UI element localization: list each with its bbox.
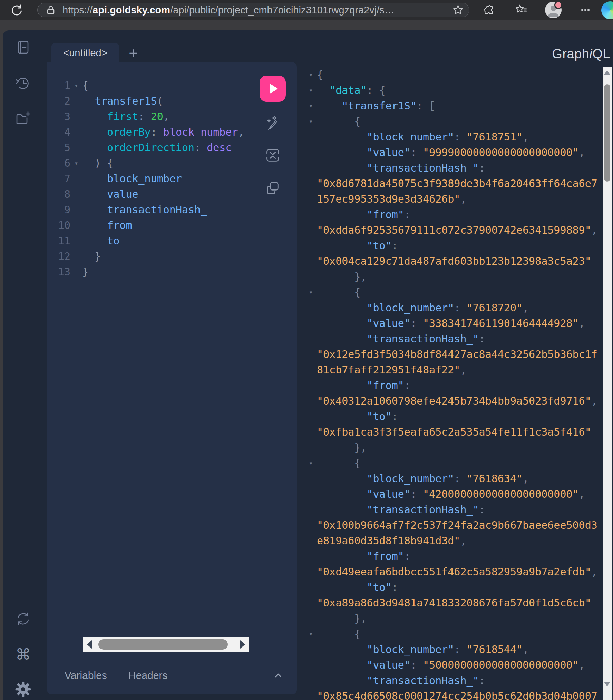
fold-gutter [70,233,82,249]
add-tab-button[interactable]: + [125,45,142,61]
horizontal-scroll-thumb[interactable] [98,639,228,650]
fold-gutter [308,424,317,440]
address-bar[interactable]: https://api.goldsky.com/api/public/proje… [37,3,469,17]
collapse-footer-button[interactable] [271,668,285,683]
code-text: orderBy: block_number, [82,124,244,140]
response-line: 157ec995353d9e3d34626b", [308,191,597,207]
scroll-up-arrow-icon[interactable] [604,70,610,75]
code-text: first: 20, [82,109,169,124]
bookmark-star-icon[interactable] [453,4,464,16]
scroll-right-arrow-icon[interactable] [240,640,245,649]
fold-gutter [308,548,317,564]
code-text: "0xfba1ca3f3f5eafa65c2a535a54fe11f1c3a5f… [317,424,591,440]
line-number: 8 [50,186,70,202]
ellipsis-icon [580,4,591,16]
browser-logo-icon[interactable] [601,1,613,19]
code-text: { [317,284,360,300]
fold-gutter [70,124,82,140]
fold-gutter [70,171,82,186]
line-number: 7 [50,171,70,186]
response-line: "from": [308,378,597,393]
response-line: "transactionHash_": [308,673,597,688]
tab-variables[interactable]: Variables [65,668,107,683]
graphiql-logo: GraphiQL [552,46,610,62]
fold-arrow-icon[interactable]: ▾ [308,98,317,114]
extensions-button[interactable] [481,2,496,18]
fold-gutter [308,517,317,533]
toolbar-separator [505,6,505,14]
tab-untitled[interactable]: <untitled> [51,43,119,63]
code-text: "transfer1S": [ [317,98,435,114]
favorites-button[interactable] [514,2,529,18]
query-editor[interactable]: 1▾{2 transfer1S(3 first: 20,4 orderBy: b… [50,78,244,280]
code-text: "to": [317,238,398,253]
fold-gutter [308,378,317,393]
scroll-left-arrow-icon[interactable] [87,640,92,649]
sidebar-docs-button[interactable] [15,39,31,56]
editor-horizontal-scrollbar[interactable] [83,637,249,652]
copy-query-button[interactable] [263,179,282,197]
fold-gutter [308,611,317,626]
fold-arrow-icon[interactable]: ▾ [308,82,317,98]
puzzle-icon [483,4,495,16]
fold-arrow-icon[interactable]: ▾ [70,155,82,171]
fold-gutter [308,502,317,517]
response-line: }, [308,269,597,284]
code-text: "to": [317,409,398,424]
gear-icon [15,681,31,698]
sidebar-shortcuts-button[interactable]: ⌘ [15,646,31,663]
response-viewer[interactable]: ▾{▾ "data": {▾ "transfer1S": [▾ { "block… [308,67,597,700]
fold-arrow-icon[interactable]: ▾ [308,284,317,300]
code-text: "0xd49eeafa6bdbcc551f462c5a582959a9b7a2e… [317,564,597,580]
response-line: "value": "42000000000000000000000", [308,486,597,502]
fold-gutter [308,486,317,502]
docs-icon [16,40,31,55]
response-vertical-scrollbar[interactable] [603,67,612,700]
response-line: "transactionHash_": [308,502,597,517]
code-text: { [317,67,323,82]
code-text: "value": "33834174611901464444928", [317,315,585,331]
line-number: 5 [50,140,70,155]
fold-arrow-icon[interactable]: ▾ [308,455,317,471]
code-text: orderDirection: desc [82,140,232,155]
page-top-gap [0,20,613,30]
prettify-query-button[interactable] [263,114,282,133]
profile-avatar[interactable] [545,2,562,18]
sidebar-refetch-schema-button[interactable] [15,611,31,627]
fold-gutter [308,300,317,315]
fold-gutter [308,409,317,424]
folder-plus-icon [15,111,31,127]
query-line: 1▾{ [50,78,244,93]
line-number: 2 [50,93,70,109]
refetch-icon [15,611,31,627]
line-number: 4 [50,124,70,140]
browser-toolbar: https://api.goldsky.com/api/public/proje… [0,0,613,20]
fold-gutter [308,315,317,331]
fold-arrow-icon[interactable]: ▾ [70,78,82,93]
sidebar-settings-button[interactable] [15,681,31,698]
response-line: "0x85c4d66508c0001274cc254b0b5c62d0b3d04… [308,688,597,700]
response-line: "to": [308,580,597,595]
response-line: "0x8d6781da45075c3f9389de3b4f6a20463ff64… [308,176,597,191]
vertical-scroll-thumb[interactable] [604,84,610,182]
code-text: e819a60d35d8f18b941d3d", [317,533,466,548]
line-number: 10 [50,217,70,233]
response-line: "from": [308,548,597,564]
fold-arrow-icon[interactable]: ▾ [308,626,317,642]
fold-gutter [308,533,317,548]
browser-menu-button[interactable] [578,2,593,18]
code-text: "value": "99990000000000000000000", [317,145,585,160]
browser-refresh-button[interactable] [9,2,24,18]
fold-gutter [308,657,317,673]
response-line: "0x004ca129c71da487afd603bb123b12398a3c5… [308,253,597,269]
tab-headers[interactable]: Headers [128,668,167,683]
query-line: 8 value [50,186,244,202]
merge-fragments-button[interactable] [263,146,282,165]
scroll-down-arrow-icon[interactable] [604,682,610,686]
response-line: "value": "50000000000000000000000", [308,657,597,673]
fold-arrow-icon[interactable]: ▾ [308,114,317,129]
sidebar-history-button[interactable] [15,75,31,92]
fold-arrow-icon[interactable]: ▾ [308,67,317,82]
sidebar-open-file-button[interactable] [15,110,31,127]
execute-query-button[interactable] [260,76,286,102]
